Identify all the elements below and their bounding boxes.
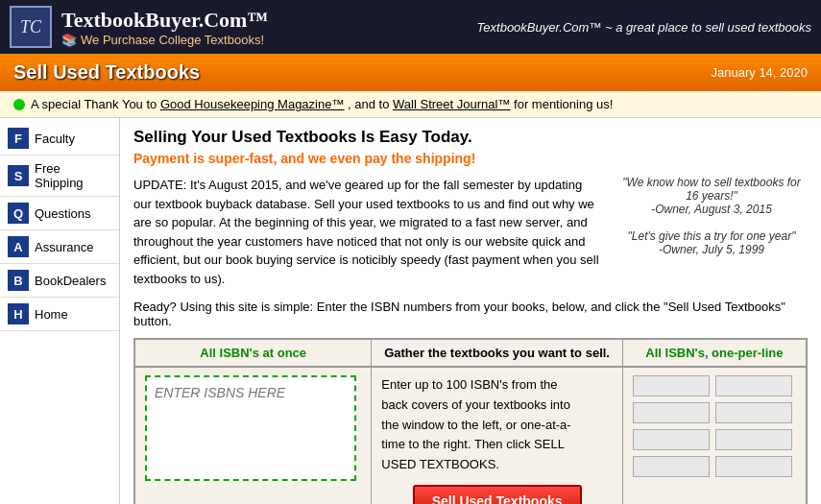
- thankyou-bar: A special Thank You to Good Housekeeping…: [0, 91, 821, 118]
- nav-letter-assurance: A: [8, 236, 29, 257]
- isbn-col-2: [715, 375, 792, 477]
- site-title: TextbookBuyer.Com™: [61, 8, 268, 33]
- sell-button-area: Sell Used Textbooks: [381, 485, 612, 504]
- nav-label-freeshipping: Free Shipping: [35, 161, 111, 190]
- right-isbn-inputs: [633, 375, 796, 477]
- green-dot-icon: [13, 99, 25, 110]
- logo-area: TC TextbookBuyer.Com™ 📚 We Purchase Coll…: [10, 6, 268, 48]
- nav-letter-questions: Q: [8, 203, 29, 224]
- col2-header: Gather the textbooks you want to sell.: [372, 340, 622, 367]
- nav-letter-faculty: F: [8, 128, 29, 149]
- side-quotes: "We know how to sell textbooks for 16 ye…: [616, 176, 808, 288]
- nav-label-assurance: Assurance: [35, 240, 93, 254]
- isbn-input-3[interactable]: [633, 429, 710, 450]
- main-layout: F Faculty S Free Shipping Q Questions A …: [0, 118, 821, 504]
- content-row: UPDATE: It's August 2015, and we've gear…: [133, 176, 808, 288]
- quote-1-attribution: -Owner, August 3, 2015: [616, 203, 808, 216]
- isbn-input-5[interactable]: [715, 375, 792, 396]
- nav-item-questions[interactable]: Q Questions: [0, 197, 119, 230]
- nav-label-faculty: Faculty: [35, 132, 75, 146]
- content-area: Selling Your Used Textbooks Is Easy Toda…: [120, 118, 821, 504]
- quote-2-attribution: -Owner, July 5, 1999: [616, 243, 808, 256]
- isbn-input-4[interactable]: [633, 456, 710, 477]
- isbn-textarea[interactable]: [145, 375, 356, 481]
- isbn-textarea-cell: [135, 367, 372, 504]
- nav-label-questions: Questions: [35, 206, 91, 221]
- book-icon: 📚: [61, 33, 77, 47]
- nav-item-home[interactable]: H Home: [0, 298, 119, 331]
- nav-letter-bookdealers: B: [8, 270, 29, 291]
- isbn-input-6[interactable]: [715, 402, 792, 423]
- isbn-single-cell: [622, 367, 806, 504]
- nav-item-bookdealers[interactable]: B BookDealers: [0, 264, 119, 298]
- isbn-table: All ISBN's at once Gather the textbooks …: [135, 340, 806, 504]
- site-header: TC TextbookBuyer.Com™ 📚 We Purchase Coll…: [0, 0, 821, 54]
- quote-1: "We know how to sell textbooks for 16 ye…: [616, 176, 808, 216]
- sell-used-textbooks-button[interactable]: Sell Used Textbooks: [413, 485, 582, 504]
- title-group: TextbookBuyer.Com™ 📚 We Purchase College…: [61, 8, 268, 47]
- middle-instructions: Enter up to 100 ISBN's from the back cov…: [381, 375, 573, 475]
- thankyou-text: A special Thank You to Good Housekeeping…: [31, 97, 613, 111]
- ready-text: Ready? Using this site is simple: Enter …: [133, 300, 808, 328]
- main-text: UPDATE: It's August 2015, and we've gear…: [133, 176, 602, 288]
- isbn-input-1[interactable]: [633, 375, 710, 396]
- page-header-bar: Sell Used Textbooks January 14, 2020: [0, 54, 821, 91]
- page-title: Sell Used Textbooks: [13, 61, 200, 84]
- isbn-middle-cell: Enter up to 100 ISBN's from the back cov…: [372, 367, 622, 504]
- wsj-link[interactable]: Wall Street Journal™: [393, 97, 510, 111]
- nav-label-home: Home: [35, 307, 68, 322]
- site-subtitle: 📚 We Purchase College Textbooks!: [61, 33, 268, 47]
- page-date: January 14, 2020: [712, 65, 808, 80]
- logo-icon: TC: [10, 6, 52, 48]
- quote-2: "Let's give this a try for one year" -Ow…: [616, 229, 808, 256]
- quote-1-text: "We know how to sell textbooks for 16 ye…: [616, 176, 808, 203]
- nav-item-freeshipping[interactable]: S Free Shipping: [0, 156, 119, 197]
- nav-letter-home: H: [8, 303, 29, 324]
- nav-label-bookdealers: BookDealers: [35, 274, 106, 288]
- selling-title: Selling Your Used Textbooks Is Easy Toda…: [133, 128, 808, 147]
- housekeeping-link[interactable]: Good Housekeeping Magazine™: [160, 97, 345, 111]
- isbn-area: All ISBN's at once Gather the textbooks …: [133, 338, 808, 504]
- isbn-col-1: [633, 375, 710, 477]
- isbn-input-7[interactable]: [715, 429, 792, 450]
- isbn-input-8[interactable]: [715, 456, 792, 477]
- nav-letter-freeshipping: S: [8, 165, 29, 186]
- nav-item-assurance[interactable]: A Assurance: [0, 230, 119, 264]
- col3-header: All ISBN's, one-per-line: [622, 340, 806, 367]
- quote-2-text: "Let's give this a try for one year": [616, 229, 808, 243]
- selling-subtitle: Payment is super-fast, and we even pay t…: [133, 151, 808, 166]
- isbn-input-2[interactable]: [633, 402, 710, 423]
- left-nav: F Faculty S Free Shipping Q Questions A …: [0, 118, 120, 504]
- nav-item-faculty[interactable]: F Faculty: [0, 122, 119, 156]
- header-tagline: TextbookBuyer.Com™ ~ a great place to se…: [477, 20, 811, 35]
- col1-header: All ISBN's at once: [135, 340, 372, 367]
